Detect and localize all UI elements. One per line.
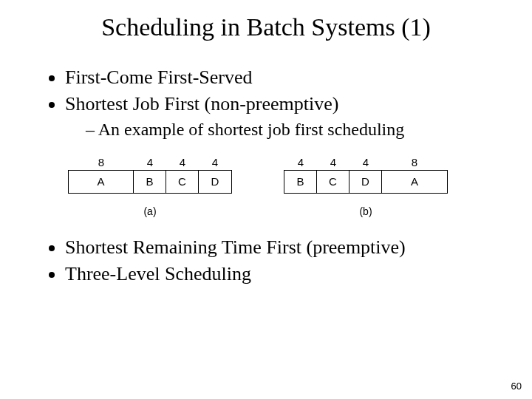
job-cell: B <box>134 171 166 193</box>
duration-cell: 4 <box>349 156 382 170</box>
sub-bullet-example: An example of shortest job first schedul… <box>86 120 497 140</box>
job-row: ABCD <box>68 170 232 194</box>
duration-cell: 8 <box>69 156 134 170</box>
job-cell: B <box>284 171 317 193</box>
duration-cell: 4 <box>166 156 199 170</box>
schedule-chart: 8444ABCD(a) <box>68 156 232 217</box>
duration-cell: 4 <box>134 156 166 170</box>
bullet-sjf-label: Shortest Job First (non-preemptive) <box>65 93 338 115</box>
job-cell: A <box>382 171 447 193</box>
duration-cell: 8 <box>382 156 447 170</box>
sjf-diagram: 8444ABCD(a)4448BCDA(b) <box>68 156 497 217</box>
page-number: 60 <box>511 381 522 392</box>
job-cell: A <box>69 171 134 193</box>
job-cell: C <box>166 171 199 193</box>
chart-caption: (b) <box>359 205 372 217</box>
slide-title: Scheduling in Batch Systems (1) <box>35 13 497 41</box>
bullet-fcfs: First-Come First-Served <box>65 66 497 89</box>
duration-cell: 4 <box>284 156 317 170</box>
duration-row: 4448 <box>284 156 447 170</box>
chart-caption: (a) <box>143 205 156 217</box>
sub-bullet-list: An example of shortest job first schedul… <box>65 120 497 140</box>
duration-row: 8444 <box>69 156 231 170</box>
bullet-srtf: Shortest Remaining Time First (preemptiv… <box>65 236 497 259</box>
schedule-chart: 4448BCDA(b) <box>284 156 448 217</box>
bullet-three-level: Three-Level Scheduling <box>65 263 497 285</box>
duration-cell: 4 <box>199 156 231 170</box>
bullet-sjf: Shortest Job First (non-preemptive) An e… <box>65 93 497 140</box>
job-cell: D <box>349 171 382 193</box>
duration-cell: 4 <box>317 156 349 170</box>
job-cell: C <box>317 171 349 193</box>
job-row: BCDA <box>284 170 448 194</box>
bullet-list-2: Shortest Remaining Time First (preemptiv… <box>35 236 497 285</box>
job-cell: D <box>199 171 231 193</box>
bullet-list: First-Come First-Served Shortest Job Fir… <box>35 66 497 140</box>
